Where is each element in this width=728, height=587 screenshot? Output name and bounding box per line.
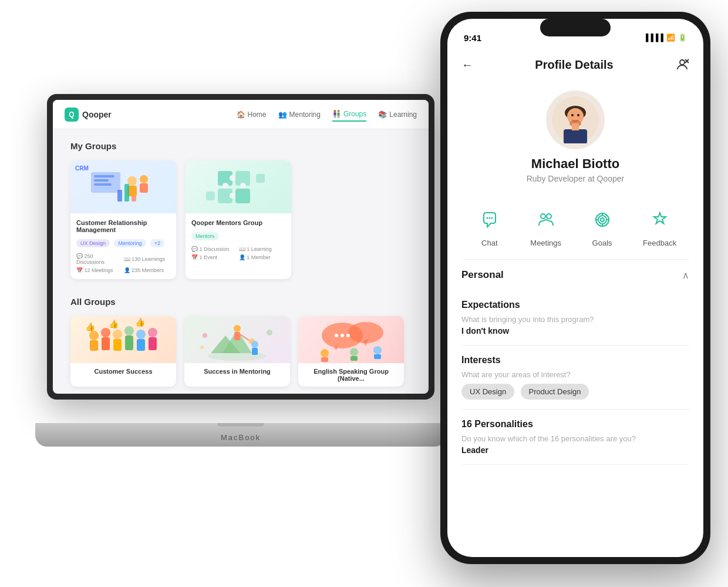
- group-card-customer-success[interactable]: 👍 👍 👍 Customer Success: [70, 316, 176, 387]
- cs-illustration: 👍 👍 👍: [70, 316, 176, 363]
- svg-point-16: [230, 193, 235, 199]
- esg-illustration: [298, 316, 404, 363]
- battery-icon: 🔋: [678, 33, 687, 42]
- crm-card-title: Customer Relationship Management: [76, 219, 170, 233]
- svg-point-18: [223, 183, 228, 189]
- svg-rect-7: [140, 183, 148, 193]
- svg-point-45: [203, 333, 207, 338]
- personalities-block: 16 Personalities Do you know which of th…: [461, 410, 689, 465]
- phone-screen: 9:41 ▐▐▐▐ 📶 🔋 ← Profile Details: [447, 19, 703, 557]
- svg-rect-24: [102, 337, 110, 350]
- customer-success-img: 👍 👍 👍: [70, 316, 176, 363]
- group-card-mentors[interactable]: Qooper Mentors Group Mentors 💬 1 Discuss…: [186, 160, 291, 279]
- back-button[interactable]: ←: [461, 58, 473, 72]
- svg-rect-30: [137, 339, 145, 351]
- goals-icon-circle: [587, 204, 618, 235]
- svg-point-15: [230, 175, 235, 181]
- phone-notch: [540, 19, 611, 36]
- svg-point-73: [488, 217, 490, 219]
- svg-point-21: [89, 331, 99, 340]
- english-img: [298, 316, 404, 363]
- nav-groups[interactable]: 👫 Groups: [332, 108, 366, 122]
- interests-title: Interests: [461, 355, 689, 365]
- group-card-english[interactable]: English Speaking Group (Native...: [298, 316, 404, 387]
- avatar: [546, 90, 605, 149]
- feedback-label: Feedback: [643, 239, 676, 247]
- nav-learning-label: Learning: [389, 110, 417, 119]
- meetings-icon-circle: [531, 204, 561, 235]
- svg-rect-1: [94, 175, 114, 177]
- app-nav: 🏠 Home 👥 Mentoring 👫 Groups 📚 Learning: [237, 108, 417, 122]
- svg-point-78: [598, 216, 606, 224]
- meetings-label: Meetings: [530, 239, 561, 247]
- personalities-question: Do you know which of the 16 personalitie…: [461, 434, 689, 443]
- svg-rect-19: [256, 174, 265, 183]
- svg-point-29: [136, 330, 146, 339]
- svg-rect-71: [572, 123, 579, 130]
- svg-rect-14: [235, 189, 250, 203]
- app-header: Q Qooper 🏠 Home 👥 Mentoring 👫 G: [53, 100, 429, 129]
- svg-rect-9: [124, 184, 129, 202]
- personalities-title: 16 Personalities: [461, 419, 689, 430]
- action-feedback[interactable]: Feedback: [643, 204, 676, 247]
- svg-point-43: [251, 341, 258, 348]
- tag-mentoring: Mentoring: [114, 239, 146, 247]
- interests-block: Interests What are your areas of interes…: [461, 346, 689, 410]
- svg-text:👍: 👍: [109, 319, 119, 329]
- svg-point-59: [373, 346, 382, 354]
- sim-illustration: [184, 316, 290, 363]
- svg-point-52: [335, 334, 338, 337]
- mentoring-icon: 👥: [278, 110, 287, 119]
- profile-avatar-section: Michael Biotto Ruby Developer at Qooper: [461, 81, 689, 195]
- home-icon: 🏠: [237, 110, 245, 119]
- svg-text:👍: 👍: [135, 318, 146, 327]
- success-mentoring-img: [184, 316, 290, 363]
- group-card-crm[interactable]: CRM: [70, 160, 176, 279]
- svg-point-79: [601, 218, 604, 222]
- svg-point-69: [577, 114, 579, 116]
- phone: 9:41 ▐▐▐▐ 📶 🔋 ← Profile Details: [440, 12, 710, 564]
- nav-home[interactable]: 🏠 Home: [237, 108, 267, 121]
- phone-content: ← Profile Details: [447, 48, 703, 557]
- action-meetings[interactable]: Meetings: [530, 204, 561, 247]
- interests-tags: UX Design Product Design: [461, 381, 689, 400]
- svg-point-31: [148, 328, 157, 337]
- action-goals[interactable]: Goals: [587, 204, 618, 247]
- stat-discussions: 💬 250 Discussions: [76, 253, 122, 265]
- svg-point-76: [547, 214, 551, 219]
- svg-point-61: [680, 60, 685, 65]
- stat-members: 👤 235 Members: [124, 267, 169, 273]
- mentors-card-info: Qooper Mentors Group Mentors 💬 1 Discuss…: [186, 213, 291, 266]
- svg-rect-56: [321, 357, 328, 362]
- collapse-button[interactable]: ∧: [682, 270, 689, 281]
- nav-learning[interactable]: 📚 Learning: [378, 108, 417, 121]
- svg-point-17: [240, 183, 246, 189]
- svg-rect-22: [90, 340, 98, 351]
- svg-point-53: [341, 334, 344, 337]
- nav-mentoring[interactable]: 👥 Mentoring: [278, 108, 321, 121]
- feedback-icon-circle: [645, 204, 675, 235]
- svg-point-39: [234, 325, 241, 332]
- svg-rect-58: [350, 356, 358, 361]
- profile-header-title: Profile Details: [535, 58, 613, 72]
- group-card-success-mentoring[interactable]: Success in Mentoring: [184, 316, 290, 387]
- all-groups-grid: 👍 👍 👍 Customer Success: [70, 316, 411, 387]
- svg-rect-70: [564, 129, 587, 143]
- mentors-stats: 💬 1 Discussion 📖 1 Learning 📅 1 Event 👤 …: [191, 246, 285, 260]
- tag-more: +2: [150, 239, 164, 247]
- svg-point-72: [486, 217, 488, 219]
- svg-point-74: [491, 217, 493, 219]
- chat-label: Chat: [481, 239, 497, 247]
- personal-header: Personal ∧: [461, 269, 689, 281]
- status-time: 9:41: [464, 33, 481, 43]
- expectations-answer: I don't know: [461, 326, 689, 336]
- action-chat[interactable]: Chat: [474, 204, 505, 247]
- learning-icon: 📚: [378, 110, 387, 119]
- laptop-base: MacBook: [35, 423, 446, 447]
- profile-action-button[interactable]: [675, 58, 689, 72]
- laptop-base-notch: [217, 423, 264, 427]
- profile-role: Ruby Developer at Qooper: [527, 174, 625, 183]
- laptop-screen-outer: Q Qooper 🏠 Home 👥 Mentoring 👫 G: [47, 94, 434, 400]
- sim-title: Success in Mentoring: [184, 363, 290, 380]
- crm-stats: 💬 250 Discussions 📖 130 Learnings 📅 12 M…: [76, 253, 170, 273]
